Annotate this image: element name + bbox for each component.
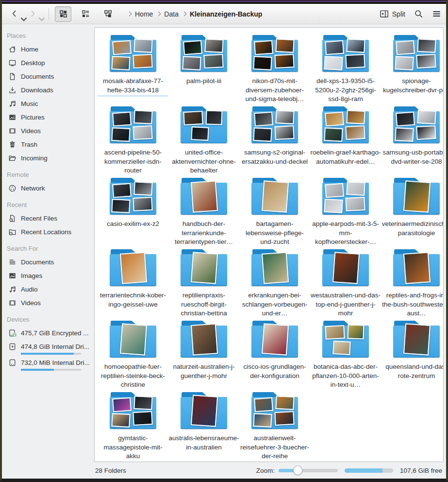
folder-item-botanica-das-abc-der-pflanzen-10-000-arten-in-text-u[interactable]: botanica-das-abc-der-pflanzen-10-000-art… [310, 318, 381, 390]
photo-thumbnail [183, 40, 202, 55]
recent-file-icon [8, 214, 17, 223]
folder-icon-zone [322, 175, 369, 217]
sidebar-item-videos[interactable]: Videos [2, 124, 93, 137]
sidebar-item-videos[interactable]: Videos [2, 296, 93, 309]
folder-icon [393, 249, 440, 286]
folder-item-spionage-kugelschreiber-dvr-pen[interactable]: spionage-kugelschreiber-dvr-pen [381, 33, 444, 104]
folder-item-samsung-usb-portable-dvd-writer-se-208[interactable]: samsung-usb-portable-dvd-writer-se-208 [381, 104, 444, 175]
folder-item-nikon-d70s-mit-diversem-zubehoer-und-sigma-teleobj[interactable]: nikon-d70s-mit-diversem-zubehoer-und-sig… [239, 33, 310, 104]
sidebar-item-trash[interactable]: Trash [2, 138, 93, 151]
breadcrumb-item-kleinanzeigen-backup[interactable]: Kleinanzeigen-Backup [190, 10, 262, 18]
menu-button[interactable] [432, 9, 441, 18]
sidebar-item-474-8-gib-internal-dri[interactable]: 474,8 GiB Internal Dri... [2, 340, 93, 353]
folder-icon-zone [251, 247, 298, 289]
hamburger-icon [432, 9, 441, 18]
folder-icon [322, 249, 369, 286]
folder-view-panel[interactable]: mosaik-abrafaxe-77-hefte-334-bis-418palm… [94, 27, 444, 462]
folder-item-veterinaermedizinische-parasitologie[interactable]: veterinaermedizinische-parasitologie [381, 175, 444, 247]
folder-icon [251, 106, 298, 143]
folder-item-ascend-pipeline-50-kommerzieller-isdn-router[interactable]: ascend-pipeline-50-kommerzieller-isdn-ro… [98, 104, 168, 175]
back-history-caret-icon[interactable] [19, 15, 23, 19]
sidebar-item-label: Trash [21, 141, 37, 148]
sidebar-item-label: Home [21, 46, 38, 53]
folder-item-samsung-s2-original-ersatzakku-und-deckel[interactable]: samsung-s2-original-ersatzakku-und-decke… [239, 104, 310, 175]
folder-item-gymtastic-massagepistole-mit-akku[interactable]: gymtastic-massagepistole-mit-akku [98, 390, 168, 461]
sidebar-item-incoming[interactable]: Incoming [2, 152, 93, 164]
folder-icon-zone [181, 104, 227, 146]
folder-item-bartagamen-lebensweise-pflege-und-zucht[interactable]: bartagamen-lebensweise-pflege-und-zucht [239, 175, 310, 247]
zoom-label: Zoom: [256, 467, 275, 474]
breadcrumb-item-data[interactable]: Data [164, 10, 179, 18]
folder-item-reptiles-and-frogs-in-the-bush-southwestern-aust[interactable]: reptiles-and-frogs-in-the-bush-southwest… [381, 247, 444, 318]
folder-item-australienwelt-reisefuehrer-3-buecher-der-reihe[interactable]: australienwelt-reisefuehrer-3-buecher-de… [239, 390, 310, 461]
image-icon [8, 113, 17, 121]
folder-item-palm-pilot-iii[interactable]: palm-pilot-iii [168, 33, 239, 104]
photo-thumbnail [191, 323, 218, 355]
photo-thumbnail [191, 395, 218, 427]
photo-thumbnail [324, 56, 343, 70]
window-titlebar-edge [2, 0, 446, 4]
sidebar-item-audio[interactable]: Audio [2, 283, 93, 295]
sidebar-item-pictures[interactable]: Pictures [2, 111, 93, 123]
folder-item-naturzeit-australien-j-guenther-j-mohr[interactable]: naturzeit-australien-j-guenther-j-mohr [168, 318, 239, 390]
folder-item-terrarientechnik-kober-ingo-geissel-uwe[interactable]: terrarientechnik-kober-ingo-geissel-uwe [98, 247, 168, 318]
photo-thumbnail [346, 181, 365, 196]
folder-item-erkrankungen-bei-schlangen-vorbeugen-und-er[interactable]: erkrankungen-bei-schlangen-vorbeugen-und… [239, 247, 310, 318]
sidebar-item-images[interactable]: Images [2, 269, 93, 282]
zoom-slider-handle[interactable] [293, 465, 302, 475]
sidebar-item-home[interactable]: Home [2, 43, 93, 55]
folder-icon [393, 178, 440, 215]
tree-view-button[interactable] [100, 6, 116, 22]
sidebar-item-recent-files[interactable]: Recent Files [2, 212, 93, 224]
folder-name: roebelin-graef-karthago-automatikuhr-ede… [310, 148, 381, 166]
folder-item-queensland-und-das-rote-zentrum[interactable]: queensland-und-das-rote-zentrum [381, 318, 444, 390]
sidebar-item-network[interactable]: Network [2, 182, 93, 194]
folder-icon-zone [393, 247, 440, 289]
back-button[interactable] [9, 8, 25, 20]
search-button[interactable] [414, 9, 423, 18]
photo-thumbnail [133, 54, 152, 69]
forward-button[interactable] [27, 8, 43, 20]
folder-name: mosaik-abrafaxe-77-hefte-334-bis-418 [98, 77, 168, 96]
folder-item-mosaik-abrafaxe-77-hefte-334-bis-418[interactable]: mosaik-abrafaxe-77-hefte-334-bis-418 [98, 33, 168, 104]
icons-view-button[interactable] [55, 6, 71, 22]
folder-icon [251, 35, 298, 72]
sidebar-item-desktop[interactable]: Desktop [2, 56, 93, 69]
folder-icon-zone [181, 33, 227, 74]
zoom-slider[interactable] [279, 465, 338, 475]
photo-thumbnail [262, 180, 289, 212]
photo-thumbnail [416, 125, 436, 140]
folder-item-reptilienpraxis-rueschoff-birgit-christian-bettina[interactable]: reptilienpraxis-rueschoff-birgit-christi… [168, 247, 239, 318]
sidebar-item-downloads[interactable]: Downloads [2, 84, 93, 96]
folder-item-australis-lebensraeume-in-australien[interactable]: australis-lebensraeume-in-australien [168, 390, 239, 461]
sidebar-item-documents[interactable]: Documents [2, 256, 93, 268]
folder-icon [322, 178, 369, 215]
sidebar-item-label: Desktop [21, 59, 45, 67]
sidebar-section-title-search-for: Search For [2, 239, 93, 256]
details-view-button[interactable] [77, 6, 94, 22]
sidebar-item-recent-locations[interactable]: Recent Locations [2, 225, 93, 238]
forward-history-caret-icon[interactable] [37, 15, 41, 19]
folder-item-cisco-ios-grundlagen-der-konfiguration[interactable]: cisco-ios-grundlagen-der-konfiguration [239, 318, 310, 390]
photo-thumbnail [325, 112, 344, 127]
split-button[interactable]: Split [380, 9, 405, 18]
folder-item-roebelin-graef-karthago-automatikuhr-edel[interactable]: roebelin-graef-karthago-automatikuhr-ede… [310, 104, 381, 175]
folder-icon [251, 178, 298, 215]
main-view-wrapper: mosaik-abrafaxe-77-hefte-334-bis-418palm… [93, 24, 446, 462]
sidebar-item-documents[interactable]: Documents [2, 70, 93, 83]
folder-item-homoeopathie-fuer-reptilien-steinke-beck-christine[interactable]: homoeopathie-fuer-reptilien-steinke-beck… [98, 318, 168, 390]
folder-name: dell-xps-13-9350-i5-5200u-2-2ghz-256gi-s… [310, 77, 381, 104]
folder-item-casio-exilim-ex-z2[interactable]: casio-exilim-ex-z2 [98, 175, 168, 247]
sidebar-item-732-0-mib-internal-dri[interactable]: 732,0 MiB Internal Dri... [2, 356, 93, 369]
sidebar-item-475-7-gib-encrypted[interactable]: 475,7 GiB Encrypted ... [2, 327, 93, 339]
sidebar-item-music[interactable]: Music [2, 97, 93, 110]
search-icon [414, 9, 423, 18]
folder-item-handbuch-der-terrarienkunde-terrarientypen-tier[interactable]: handbuch-der-terrarienkunde-terrarientyp… [168, 175, 239, 247]
breadcrumb-item-home[interactable]: Home [135, 10, 153, 18]
folder-item-united-office-aktenvernichter-ohne-behaelter[interactable]: united-office-aktenvernichter-ohne-behae… [168, 104, 239, 175]
folder-item-apple-earpods-mit-3-5-mm-kopfhoererstecker[interactable]: apple-earpods-mit-3-5-mm-kopfhoerersteck… [310, 175, 381, 247]
sidebar-item-label: Music [21, 100, 38, 107]
folder-item-westaustralien-und-das-top-end-j-guenther-j-mohr[interactable]: westaustralien-und-das-top-end-j-guenthe… [310, 247, 381, 318]
folder-item-dell-xps-13-9350-i5-5200u-2-2ghz-256gi-ssd-8gi-ram[interactable]: dell-xps-13-9350-i5-5200u-2-2ghz-256gi-s… [310, 33, 381, 104]
folder-icon-zone [393, 318, 440, 360]
